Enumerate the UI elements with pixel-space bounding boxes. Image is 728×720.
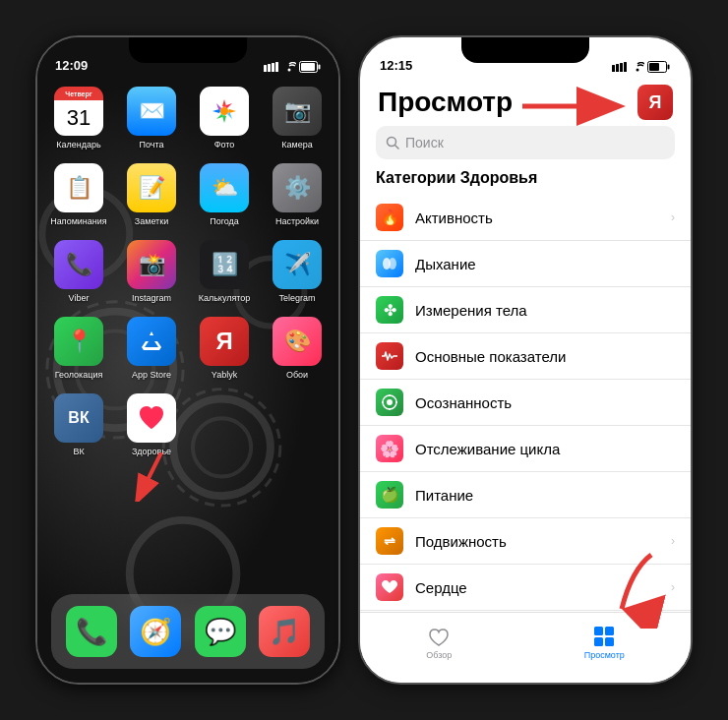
instagram-label: Instagram bbox=[132, 293, 171, 303]
cat-activity[interactable]: 🔥 Активность › bbox=[360, 195, 691, 241]
app-appstore[interactable]: App Store bbox=[122, 317, 181, 380]
svg-rect-9 bbox=[264, 65, 267, 72]
chevron-heart: › bbox=[671, 580, 675, 594]
app-yablyk[interactable]: Я Yablyk bbox=[195, 317, 254, 380]
time-right: 12:15 bbox=[380, 58, 412, 73]
cat-breathing-label: Дыхание bbox=[415, 256, 675, 272]
right-title: Просмотр bbox=[378, 87, 513, 118]
dock-messages[interactable]: 💬 bbox=[195, 606, 246, 657]
calendar-weekday: Четверг bbox=[54, 87, 103, 100]
camera-label: Камера bbox=[281, 140, 312, 150]
search-icon-right bbox=[386, 136, 399, 150]
yablyk-badge[interactable]: Я bbox=[637, 85, 673, 120]
app-settings[interactable]: ⚙️ Настройки bbox=[268, 163, 327, 226]
photos-label: Фото bbox=[214, 140, 235, 150]
svg-rect-20 bbox=[616, 64, 619, 72]
svg-line-29 bbox=[395, 146, 399, 150]
right-phone: 12:15 Просмотр Я bbox=[358, 35, 693, 685]
mail-icon: ✉️ bbox=[127, 87, 176, 136]
svg-point-33 bbox=[387, 399, 393, 405]
svg-rect-11 bbox=[272, 63, 274, 72]
tab-overview[interactable]: Обзор bbox=[426, 625, 452, 660]
telegram-label: Telegram bbox=[278, 293, 315, 303]
app-weather[interactable]: ⛅ Погода bbox=[195, 163, 254, 226]
weather-label: Погода bbox=[210, 216, 239, 226]
svg-rect-45 bbox=[605, 637, 614, 646]
yablyk-left-icon: Я bbox=[200, 317, 249, 366]
dock: 📞 🧭 💬 🎵 bbox=[51, 594, 325, 669]
cat-breathing[interactable]: Дыхание bbox=[360, 241, 691, 287]
cat-mindfulness-label: Осознанность bbox=[415, 394, 675, 411]
cat-body-label: Измерения тела bbox=[415, 302, 675, 319]
app-grid: Четверг 31 Календарь ✉️ Почта bbox=[37, 83, 338, 474]
svg-rect-16 bbox=[301, 63, 315, 71]
tab-overview-icon bbox=[427, 625, 451, 648]
cat-cycle[interactable]: 🌸 Отслеживание цикла bbox=[360, 426, 691, 472]
vk-label: ВК bbox=[73, 447, 84, 456]
calculator-label: Калькулятор bbox=[199, 293, 251, 303]
cat-mobility-label: Подвижность bbox=[415, 533, 671, 550]
cat-body[interactable]: ✤ Измерения тела bbox=[360, 287, 691, 333]
viber-label: Viber bbox=[69, 293, 90, 303]
svg-rect-26 bbox=[649, 63, 659, 71]
time-left: 12:09 bbox=[55, 58, 88, 73]
svg-rect-21 bbox=[620, 63, 623, 72]
app-mail[interactable]: ✉️ Почта bbox=[122, 87, 181, 150]
health-icon bbox=[127, 393, 176, 443]
arrow-to-badge bbox=[517, 87, 636, 126]
dock-safari[interactable]: 🧭 bbox=[130, 606, 181, 657]
app-notes[interactable]: 📝 Заметки bbox=[122, 163, 181, 226]
app-calculator[interactable]: 🔢 Калькулятор bbox=[195, 240, 254, 303]
tab-overview-label: Обзор bbox=[426, 650, 452, 660]
tab-browse[interactable]: Просмотр bbox=[584, 625, 625, 660]
yablyk-label: Yablyk bbox=[212, 370, 237, 380]
cat-mindfulness[interactable]: Осознанность bbox=[360, 380, 691, 426]
app-row-2: 📋 Напоминания 📝 Заметки ⛅ Погода ⚙️ Наст… bbox=[49, 163, 327, 226]
photos-icon bbox=[200, 87, 249, 136]
arrow-to-health bbox=[132, 452, 191, 502]
app-geo[interactable]: 📍 Геолокация bbox=[49, 317, 108, 380]
app-photos[interactable]: Фото bbox=[195, 87, 254, 150]
cat-nutrition[interactable]: 🍏 Питание bbox=[360, 472, 691, 518]
appstore-label: App Store bbox=[132, 370, 171, 380]
svg-rect-19 bbox=[612, 65, 615, 72]
mail-label: Почта bbox=[140, 140, 164, 150]
notch-right bbox=[461, 37, 589, 63]
svg-rect-12 bbox=[275, 62, 278, 72]
app-viber[interactable]: 📞 Viber bbox=[49, 240, 108, 303]
cat-vitals[interactable]: Основные показатели bbox=[360, 333, 691, 380]
app-empty-1 bbox=[195, 393, 254, 456]
wallpapers-label: Обои bbox=[286, 370, 308, 380]
app-calendar[interactable]: Четверг 31 Календарь bbox=[49, 87, 108, 150]
app-instagram[interactable]: 📸 Instagram bbox=[122, 240, 181, 303]
svg-rect-15 bbox=[319, 65, 321, 70]
dock-music[interactable]: 🎵 bbox=[259, 606, 310, 657]
app-row-4: 📍 Геолокация App Store Я bbox=[49, 317, 327, 380]
left-phone: 12:09 Четверг 31 Календарь bbox=[35, 35, 340, 685]
app-row-1: Четверг 31 Календарь ✉️ Почта bbox=[49, 87, 327, 150]
app-health[interactable]: Здоровье bbox=[122, 393, 181, 456]
app-camera[interactable]: 📷 Камера bbox=[268, 87, 327, 150]
app-reminders[interactable]: 📋 Напоминания bbox=[49, 163, 108, 226]
status-icons-left bbox=[264, 61, 321, 73]
reminders-label: Напоминания bbox=[50, 216, 106, 226]
app-telegram[interactable]: ✈️ Telegram bbox=[268, 240, 327, 303]
cat-cycle-label: Отслеживание цикла bbox=[415, 441, 675, 457]
geo-label: Геолокация bbox=[55, 370, 103, 380]
appstore-icon bbox=[127, 317, 176, 366]
calendar-day: 31 bbox=[54, 100, 103, 136]
notch-left bbox=[129, 37, 247, 63]
tab-browse-label: Просмотр bbox=[584, 650, 625, 660]
dock-phone[interactable]: 📞 bbox=[66, 606, 117, 657]
app-wallpapers[interactable]: 🎨 Обои bbox=[268, 317, 327, 380]
search-bar[interactable]: Поиск bbox=[376, 126, 675, 159]
cat-activity-label: Активность bbox=[415, 210, 671, 226]
search-placeholder: Поиск bbox=[405, 135, 444, 150]
app-row-3: 📞 Viber 📸 Instagram 🔢 Калькулятор ✈️ Tel… bbox=[49, 240, 327, 303]
app-vk[interactable]: ВК ВК bbox=[49, 393, 108, 456]
categories-title: Категории Здоровья bbox=[376, 169, 537, 187]
svg-rect-22 bbox=[624, 62, 627, 72]
svg-point-13 bbox=[288, 69, 291, 72]
svg-point-17 bbox=[220, 107, 228, 115]
app-empty-2 bbox=[268, 393, 327, 456]
